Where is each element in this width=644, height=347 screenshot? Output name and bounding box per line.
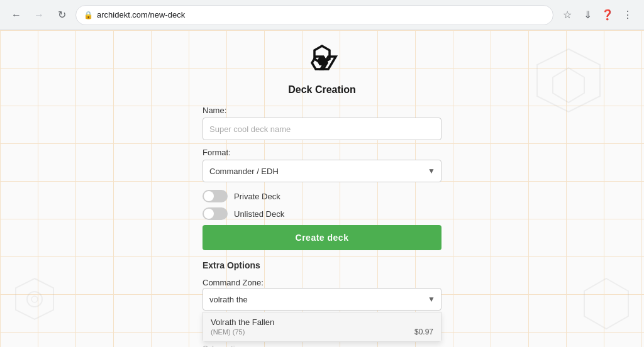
name-group: Name: [203,106,441,140]
format-label: Format: [203,148,441,157]
name-input[interactable] [203,118,441,140]
command-zone-input[interactable] [203,288,441,311]
suggestion-item[interactable]: Volrath the Fallen (NEM) (75) $0.97 [203,312,441,341]
command-zone-group: Command Zone: ▼ Volrath the Fallen (NEM)… [203,277,441,311]
partial-text: Color options [203,343,441,347]
url-text: archidekt.com/new-deck [97,10,185,19]
deck-form: Name: Format: Commander / EDH Standard M… [203,106,441,347]
private-deck-row: Private Deck [203,190,441,202]
logo-area: Deck Creation [288,43,356,96]
suggestion-meta: (NEM) (75) $0.97 [211,328,433,336]
suggestion-dropdown: Volrath the Fallen (NEM) (75) $0.97 [203,312,441,342]
suggestion-price: $0.97 [414,328,433,336]
partially-visible-area: Color options [203,343,441,347]
back-button[interactable]: ← [8,6,25,24]
extensions-button[interactable]: ❓ [599,6,616,24]
app-logo [303,43,341,80]
menu-button[interactable]: ⋮ [619,6,636,24]
unlisted-deck-label: Unlisted Deck [234,209,284,219]
name-label: Name: [203,106,441,115]
suggestion-name: Volrath the Fallen [211,317,433,327]
private-deck-toggle[interactable] [203,190,228,202]
browser-actions: ☆ ⇓ ❓ ⋮ [558,6,636,24]
suggestion-set: (NEM) (75) [211,328,245,336]
refresh-button[interactable]: ↻ [53,6,70,24]
address-bar[interactable]: 🔒 archidekt.com/new-deck [75,5,553,25]
command-zone-label: Command Zone: [203,278,264,287]
command-zone-wrapper: ▼ Volrath the Fallen (NEM) (75) $0.97 [203,288,441,311]
page-title: Deck Creation [288,84,356,96]
format-select[interactable]: Commander / EDH Standard Modern Legacy V… [203,160,441,182]
unlisted-deck-row: Unlisted Deck [203,207,441,220]
unlisted-deck-slider [203,207,228,220]
browser-chrome: ← → ↻ 🔒 archidekt.com/new-deck ☆ ⇓ ❓ ⋮ [0,0,644,30]
secure-icon: 🔒 [84,11,93,19]
format-select-wrapper: Commander / EDH Standard Modern Legacy V… [203,160,441,182]
forward-button[interactable]: → [30,6,48,24]
private-deck-label: Private Deck [234,192,280,201]
download-button[interactable]: ⇓ [579,6,596,24]
form-container: Deck Creation Name: Format: Commander / … [0,30,644,347]
extra-options-label: Extra Options [203,260,441,270]
page-content: Deck Creation Name: Format: Commander / … [0,30,644,347]
format-group: Format: Commander / EDH Standard Modern … [203,148,441,182]
private-deck-slider [203,190,228,202]
create-deck-button[interactable]: Create deck [203,225,441,250]
unlisted-deck-toggle[interactable] [203,207,228,220]
bookmark-button[interactable]: ☆ [558,6,576,24]
